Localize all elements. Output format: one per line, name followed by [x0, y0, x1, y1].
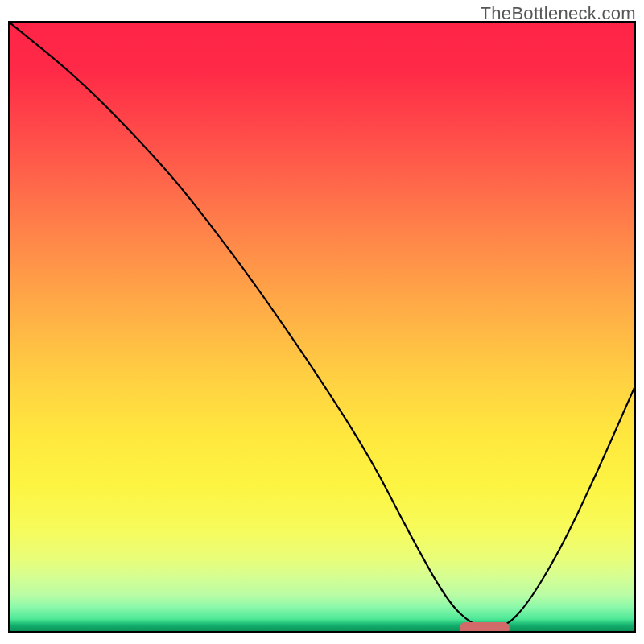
bottleneck-curve	[10, 23, 634, 631]
sweet-spot-marker	[460, 622, 510, 633]
plot-area	[8, 21, 636, 633]
watermark-text: TheBottleneck.com	[481, 3, 636, 24]
chart-container: TheBottleneck.com	[0, 0, 644, 644]
